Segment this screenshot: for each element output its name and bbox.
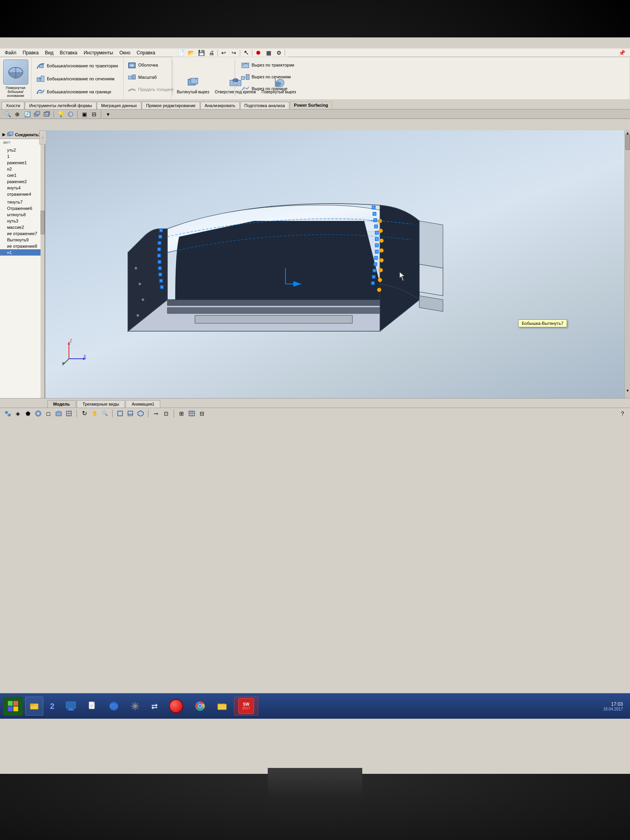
viewport-vscroll-up[interactable]: ▲ — [626, 131, 630, 135]
light-icon[interactable]: 💡 — [56, 110, 65, 119]
tree-item-0[interactable]: ан> — [0, 139, 44, 145]
tree-scroll-thumb[interactable] — [41, 211, 44, 234]
tab-animation[interactable]: Анимация1 — [126, 400, 160, 408]
start-button[interactable] — [3, 697, 23, 716]
viewport-vscroll-thumb[interactable] — [625, 134, 630, 150]
tree-item-5[interactable]: н2 — [0, 166, 44, 172]
rotate-icon[interactable]: 🔄 — [23, 110, 32, 119]
save-icon[interactable]: 💾 — [197, 48, 206, 57]
tree-item-7[interactable]: ражение2 — [0, 178, 44, 185]
bottom-icon-2[interactable]: ◈ — [13, 409, 22, 418]
tab-3d-views[interactable]: Трехмерные виды — [77, 400, 125, 408]
shell-btn[interactable]: Оболочка — [124, 59, 171, 70]
tree-expand-icon[interactable]: ▶ — [2, 132, 6, 137]
tree-item-19[interactable]: н1 — [0, 249, 44, 256]
menu-tools[interactable]: Инструменты — [80, 49, 116, 56]
tree-item-13[interactable]: ытянуть8 — [0, 211, 44, 218]
bottom-icon-help[interactable]: ? — [618, 409, 627, 418]
tree-item-8[interactable]: януть4 — [0, 185, 44, 191]
pointer-icon[interactable]: ↖ — [242, 48, 250, 57]
tab-direct-editing[interactable]: Прямое редактирование — [142, 102, 200, 109]
bottom-icon-measure[interactable]: ⊸ — [152, 409, 160, 418]
tree-item-9[interactable]: отражение4 — [0, 191, 44, 197]
bottom-icon-iso[interactable] — [136, 409, 145, 418]
tree-item-4[interactable]: ражение1 — [0, 159, 44, 166]
bottom-icon-config[interactable] — [187, 409, 196, 418]
tab-migration[interactable]: Миграция данных — [97, 102, 141, 109]
bottom-icon-1[interactable]: 🐾 — [3, 409, 12, 418]
taskbar-folder-app[interactable] — [213, 697, 232, 716]
menu-view[interactable]: Вид — [42, 49, 57, 56]
table-icon[interactable]: ▦ — [264, 48, 273, 57]
tab-analysis-prep[interactable]: Подготовка анализа — [240, 102, 289, 109]
tree-item-2[interactable]: уть2 — [0, 147, 44, 153]
taskbar-monitor-app[interactable] — [61, 697, 81, 716]
tab-surfaces[interactable]: Хности — [2, 102, 24, 109]
zoom-icon[interactable]: ⊕ — [13, 110, 22, 119]
scale-btn[interactable]: Масштаб — [124, 72, 171, 83]
new-file-icon[interactable]: 📄 — [176, 48, 185, 57]
taskbar-red-circle-app[interactable] — [165, 697, 187, 716]
render-icon[interactable] — [66, 110, 75, 119]
lofted-cut-btn[interactable]: Вырез по сечениям — [238, 71, 630, 82]
menu-file[interactable]: Файл — [2, 49, 20, 56]
taskbar-arrow-app[interactable]: ⇄ — [147, 697, 162, 716]
3d-viewport[interactable]: Бобышка-Вытянуть7 Z X Y ▼ ▲ — [45, 130, 630, 398]
menu-insert[interactable]: Вставка — [57, 49, 81, 56]
bottom-icon-3[interactable]: ⬟ — [24, 409, 32, 418]
undo-icon[interactable]: ↩ — [219, 48, 228, 57]
menu-edit[interactable]: Правка — [20, 49, 42, 56]
bottom-icon-section[interactable]: ⊡ — [162, 409, 170, 418]
red-dot-icon[interactable] — [254, 48, 263, 57]
tree-item-12[interactable]: Отражение6 — [0, 205, 44, 211]
more-icon[interactable]: ▾ — [104, 110, 112, 119]
tab-model[interactable]: Модель — [47, 400, 76, 408]
menu-window[interactable]: Окно — [116, 49, 133, 56]
tree-item-14[interactable]: нуть3 — [0, 218, 44, 224]
boss-base-button[interactable] — [3, 59, 28, 85]
bottom-icon-zoom[interactable]: 🔍 — [100, 409, 109, 418]
viewport-vscroll[interactable]: ▼ ▲ — [624, 130, 630, 398]
print-icon[interactable]: 🖨 — [207, 48, 216, 57]
tree-item-6[interactable]: сие1 — [0, 172, 44, 178]
tab-power-surfacing[interactable]: Power Surfacing — [290, 101, 333, 109]
tree-item-11[interactable]: тянуть7 — [0, 199, 44, 205]
tab-analyze[interactable]: Анализировать — [200, 102, 240, 109]
tree-item-3[interactable]: 1 — [0, 153, 44, 159]
bottom-icon-pan[interactable]: ✋ — [90, 409, 99, 418]
panel-collapse-btn[interactable]: › — [39, 130, 46, 145]
viewport-vscroll-down[interactable]: ▼ — [626, 389, 630, 393]
bottom-icon-5[interactable]: ◻ — [44, 409, 53, 418]
tree-item-15[interactable]: массие2 — [0, 224, 44, 230]
boss-sections-btn[interactable]: Бобышка/основание по сечениям — [33, 73, 123, 84]
boss-trajectory-btn[interactable]: Бобышка/основание по траектории — [33, 60, 123, 71]
display-icon[interactable]: ▣ — [80, 110, 89, 119]
tree-item-17[interactable]: Вытянуть9 — [0, 237, 44, 243]
boss-boundary-btn[interactable]: Бобышка/основание на границе — [33, 86, 123, 97]
tab-mold-tools[interactable]: Инструменты литейной формы — [25, 102, 96, 109]
search-icon[interactable]: 🔍 — [3, 110, 12, 119]
tree-item-18[interactable]: ие отражение8 — [0, 243, 44, 249]
bottom-icon-front[interactable] — [116, 409, 124, 418]
section-icon[interactable]: ⊟ — [90, 110, 98, 119]
bottom-icon-7[interactable] — [65, 409, 73, 418]
menu-help[interactable]: Справка — [133, 49, 158, 56]
boundary-cut-btn[interactable]: Вырез по границе — [238, 83, 630, 94]
swept-cut-btn[interactable]: Вырез по траектории — [238, 59, 630, 70]
bottom-icon-6[interactable] — [54, 409, 63, 418]
bottom-icon-top[interactable] — [126, 409, 135, 418]
taskbar-chrome-app[interactable] — [190, 697, 210, 716]
view3d-icon[interactable] — [33, 110, 41, 119]
redo-icon[interactable]: ↪ — [230, 48, 238, 57]
settings-icon[interactable]: ⚙ — [274, 48, 283, 57]
taskbar-earth-app[interactable] — [104, 697, 123, 716]
open-file-icon[interactable]: 📂 — [187, 48, 195, 57]
pin-icon[interactable]: 📌 — [615, 50, 628, 56]
tree-item-16[interactable]: ие отражение7 — [0, 230, 44, 237]
taskbar-doc-app[interactable] — [83, 697, 102, 716]
taskbar-settings-app[interactable] — [126, 697, 145, 716]
wireframe-icon[interactable] — [43, 110, 51, 119]
bottom-icon-4[interactable] — [34, 409, 43, 418]
taskbar-solidworks-app[interactable]: SW 2017 — [234, 697, 258, 716]
tree-scrollbar[interactable] — [41, 130, 44, 398]
